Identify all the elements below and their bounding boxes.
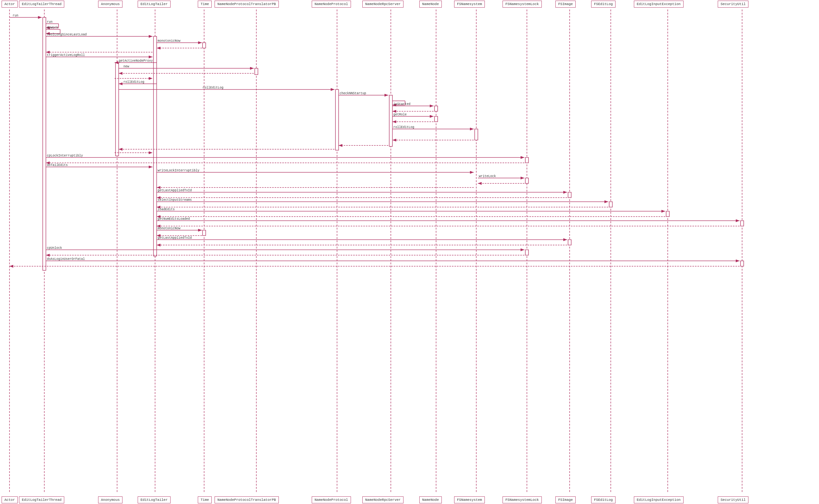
- actor-bot-Anonymous: Anonymous: [98, 496, 122, 503]
- svg-text:isStarted: isStarted: [393, 102, 410, 106]
- svg-rect-29: [568, 240, 571, 245]
- svg-text:getNumEditsLoaded: getNumEditsLoaded: [157, 217, 190, 221]
- svg-rect-18: [115, 63, 119, 156]
- svg-rect-33: [202, 43, 206, 48]
- svg-text:run: run: [47, 20, 52, 24]
- svg-text:doWork: doWork: [47, 26, 58, 29]
- svg-text:getLastAppliedTxId: getLastAppliedTxId: [157, 236, 192, 240]
- actor-bot-SecurityUtil: SecurityUtil: [718, 496, 748, 503]
- actor-top-NameNode: NameNode: [419, 1, 442, 8]
- actor-bot-EditLogTailerThread: EditLogTailerThread: [19, 496, 64, 503]
- svg-text:monotonicNow: monotonicNow: [157, 39, 180, 43]
- actor-bot-EditLogTailer: EditLogTailer: [138, 496, 170, 503]
- svg-text:new: new: [123, 65, 129, 68]
- svg-text:cpLockInterruptibly: cpLockInterruptibly: [47, 154, 83, 157]
- svg-rect-19: [255, 68, 258, 75]
- svg-rect-20: [336, 89, 339, 150]
- arrows-svg: run run doWork toolLongSinceLastLoad mon…: [0, 0, 819, 504]
- svg-rect-27: [525, 250, 528, 255]
- actor-bot-EditLogInputException: EditLogInputException: [634, 496, 684, 503]
- actor-top-Actor: Actor: [2, 1, 18, 8]
- svg-rect-35: [741, 261, 744, 266]
- actor-top-NameNodeProtocol: NameNodeProtocol: [312, 1, 351, 8]
- actor-bot-NameNodeRpcServer: NameNodeRpcServer: [362, 496, 403, 503]
- actor-top-Anonymous: Anonymous: [98, 1, 122, 8]
- actor-bot-NameNodeProtocol: NameNodeProtocol: [312, 496, 351, 503]
- svg-text:doTailEdits: doTailEdits: [47, 163, 68, 167]
- actor-top-FSImage: FSImage: [555, 1, 576, 8]
- actor-top-NameNodeRpcServer: NameNodeRpcServer: [362, 1, 403, 8]
- svg-text:writeLock: writeLock: [479, 175, 496, 178]
- svg-text:writeLockInterruptibly: writeLockInterruptibly: [157, 169, 199, 172]
- svg-rect-16: [43, 17, 46, 270]
- actor-bot-NameNodeProtocolTranslatorPB: NameNodeProtocolTranslatorPB: [215, 496, 279, 503]
- actor-bot-NameNode: NameNode: [419, 496, 442, 503]
- svg-text:selectInputStreams: selectInputStreams: [157, 198, 192, 202]
- svg-rect-25: [525, 178, 528, 183]
- svg-text:run: run: [13, 14, 18, 17]
- svg-text:getRole: getRole: [393, 113, 407, 116]
- svg-rect-34: [202, 230, 206, 236]
- svg-rect-26: [525, 157, 528, 163]
- sequence-diagram: Actor EditLogTailerThread Anonymous Edit…: [0, 0, 819, 504]
- actor-top-FSEditLog: FSEditLog: [591, 1, 616, 8]
- actor-top-FSNamesystemLock: FSNamesystemLock: [502, 1, 542, 8]
- svg-rect-28: [568, 192, 571, 198]
- svg-rect-22: [434, 106, 438, 111]
- svg-rect-24: [475, 129, 478, 140]
- svg-text:toolLongSinceLastLoad: toolLongSinceLastLoad: [47, 33, 87, 36]
- svg-text:doAsLoginUserOrFatal: doAsLoginUserOrFatal: [47, 257, 85, 261]
- svg-rect-30: [609, 202, 612, 207]
- svg-rect-23: [434, 116, 438, 122]
- svg-text:getLastAppliedTxId: getLastAppliedTxId: [157, 189, 192, 192]
- actor-top-EditLogTailer: EditLogTailer: [138, 1, 170, 8]
- actor-top-Time: Time: [198, 1, 212, 8]
- svg-text:rollEditLog: rollEditLog: [123, 80, 144, 84]
- svg-text:checkNNStartup: checkNNStartup: [340, 92, 366, 95]
- actor-bot-FSNamesystemLock: FSNamesystemLock: [502, 496, 542, 503]
- actor-top-EditLogInputException: EditLogInputException: [634, 1, 684, 8]
- svg-rect-31: [666, 211, 669, 217]
- svg-rect-21: [389, 95, 392, 146]
- actor-top-SecurityUtil: SecurityUtil: [718, 1, 748, 8]
- actor-bot-FSEditLog: FSEditLog: [591, 496, 616, 503]
- actor-bot-Time: Time: [198, 496, 212, 503]
- svg-rect-32: [741, 221, 744, 226]
- svg-text:cpUnlock: cpUnlock: [47, 246, 62, 250]
- svg-text:getActiveNodeProxy: getActiveNodeProxy: [119, 59, 153, 63]
- actor-top-FSNamesystem: FSNamesystem: [454, 1, 485, 8]
- svg-text:monotonicNow: monotonicNow: [157, 227, 180, 230]
- svg-text:triggerActiveLogRoll: triggerActiveLogRoll: [47, 53, 85, 57]
- svg-text:rollEditLog: rollEditLog: [393, 126, 414, 129]
- svg-text:rollEditLog: rollEditLog: [202, 86, 224, 89]
- actor-top-NameNodeProtocolTranslatorPB: NameNodeProtocolTranslatorPB: [215, 1, 279, 8]
- actor-bot-FSImage: FSImage: [555, 496, 576, 503]
- actor-top-EditLogTailerThread: EditLogTailerThread: [19, 1, 64, 8]
- actor-bot-Actor: Actor: [2, 496, 18, 503]
- svg-text:loadEdits: loadEdits: [157, 208, 175, 211]
- svg-rect-17: [153, 36, 157, 256]
- actor-bot-FSNamesystem: FSNamesystem: [454, 496, 485, 503]
